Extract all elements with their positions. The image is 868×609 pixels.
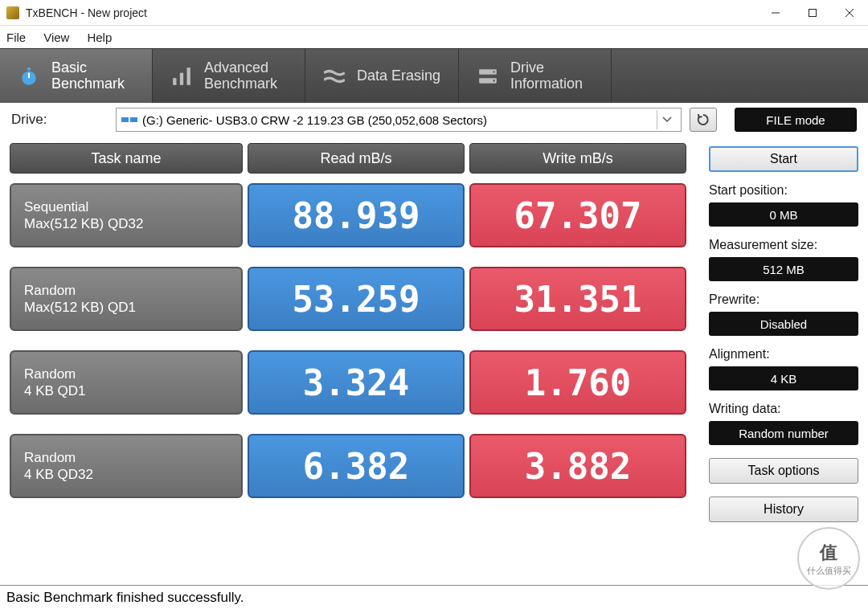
write-value: 31.351 [469, 267, 686, 331]
close-button[interactable] [831, 0, 868, 26]
tab-label: Advanced Benchmark [204, 60, 277, 92]
task-options-button[interactable]: Task options [709, 458, 858, 484]
prewrite-label: Prewrite: [709, 292, 858, 307]
titlebar: TxBENCH - New project [0, 0, 868, 26]
svg-rect-1 [809, 9, 817, 16]
svg-rect-5 [27, 67, 31, 70]
read-value: 3.324 [248, 350, 465, 415]
task-name-line2: 4 KB QD1 [24, 382, 228, 399]
result-row: Random Max(512 KB) QD1 53.259 31.351 [10, 267, 694, 331]
task-name-line2: 4 KB QD32 [24, 466, 228, 483]
tab-data-erasing[interactable]: Data Erasing [305, 49, 459, 103]
svg-point-13 [493, 80, 495, 81]
tabstrip: Basic Benchmark Advanced Benchmark Data … [0, 48, 868, 103]
header-write: Write mB/s [469, 143, 686, 174]
start-position-value[interactable]: 0 MB [709, 202, 858, 227]
wave-icon [323, 65, 346, 88]
minimize-button[interactable] [757, 0, 794, 26]
watermark-text: 什么值得买 [807, 565, 851, 577]
tab-label: Drive Information [510, 60, 583, 92]
watermark: 值 什么值得买 [797, 527, 860, 590]
tab-basic-benchmark[interactable]: Basic Benchmark [0, 49, 153, 103]
task-name-line1: Random [24, 366, 228, 382]
svg-rect-7 [173, 78, 176, 85]
task-cell[interactable]: Random 4 KB QD1 [10, 350, 243, 415]
reload-button[interactable] [690, 108, 717, 132]
file-mode-button[interactable]: FILE mode [735, 108, 857, 132]
reload-icon [696, 112, 710, 127]
bar-chart-icon [170, 65, 193, 88]
prewrite-value[interactable]: Disabled [709, 312, 858, 336]
drive-row: Drive: (G:) Generic- USB3.0 CRW -2 119.2… [0, 103, 868, 137]
task-cell[interactable]: Random 4 KB QD32 [10, 434, 243, 498]
tab-advanced-benchmark[interactable]: Advanced Benchmark [153, 49, 305, 103]
task-name-line2: Max(512 KB) QD32 [24, 215, 228, 232]
menu-view[interactable]: View [43, 31, 69, 44]
task-cell[interactable]: Sequential Max(512 KB) QD32 [10, 183, 243, 247]
chevron-down-icon [657, 110, 676, 129]
results-panel: Task name Read mB/s Write mB/s Sequentia… [10, 143, 694, 522]
menu-help[interactable]: Help [87, 31, 112, 44]
write-value: 3.882 [469, 434, 686, 498]
drive-label: Drive: [11, 112, 108, 128]
alignment-label: Alignment: [709, 347, 858, 362]
svg-rect-8 [180, 72, 183, 84]
task-name-line2: Max(512 KB) QD1 [24, 299, 228, 316]
svg-point-12 [493, 71, 495, 72]
read-value: 6.382 [248, 434, 465, 498]
write-value: 67.307 [469, 183, 686, 247]
window-title: TxBENCH - New project [26, 6, 757, 19]
drive-select[interactable]: (G:) Generic- USB3.0 CRW -2 119.23 GB (2… [116, 108, 682, 132]
result-row: Random 4 KB QD1 3.324 1.760 [10, 350, 694, 415]
task-cell[interactable]: Random Max(512 KB) QD1 [10, 267, 243, 331]
disk-icon [121, 114, 137, 125]
watermark-char: 值 [820, 541, 837, 565]
writing-data-label: Writing data: [709, 402, 858, 416]
read-value: 53.259 [248, 267, 465, 331]
result-row: Random 4 KB QD32 6.382 3.882 [10, 434, 694, 498]
tab-label: Data Erasing [357, 68, 440, 84]
task-name-line1: Sequential [24, 198, 228, 215]
stopwatch-icon [18, 65, 40, 88]
header-task: Task name [10, 143, 243, 174]
svg-rect-14 [121, 117, 129, 122]
tab-label: Basic Benchmark [51, 60, 125, 92]
start-position-label: Start position: [709, 183, 858, 198]
svg-rect-15 [130, 117, 137, 122]
drive-selected-text: (G:) Generic- USB3.0 CRW -2 119.23 GB (2… [142, 113, 487, 127]
task-name-line1: Random [24, 449, 228, 466]
header-read: Read mB/s [248, 143, 465, 174]
maximize-button[interactable] [794, 0, 831, 26]
results-header: Task name Read mB/s Write mB/s [10, 143, 694, 174]
alignment-value[interactable]: 4 KB [709, 366, 858, 390]
start-button[interactable]: Start [709, 146, 858, 172]
write-value: 1.760 [469, 350, 686, 415]
app-icon [6, 6, 19, 19]
drive-icon [477, 65, 499, 88]
measurement-size-label: Measurement size: [709, 238, 858, 252]
history-button[interactable]: History [709, 497, 858, 522]
task-name-line1: Random [24, 282, 228, 299]
content: Task name Read mB/s Write mB/s Sequentia… [0, 137, 868, 522]
statusbar: Basic Benchmark finished successfully. [0, 585, 868, 609]
measurement-size-value[interactable]: 512 MB [709, 257, 858, 281]
status-text: Basic Benchmark finished successfully. [6, 590, 244, 606]
result-row: Sequential Max(512 KB) QD32 88.939 67.30… [10, 183, 694, 247]
tab-drive-information[interactable]: Drive Information [459, 49, 612, 103]
writing-data-value[interactable]: Random number [709, 421, 858, 445]
read-value: 88.939 [248, 183, 465, 247]
svg-rect-9 [187, 67, 190, 85]
menu-file[interactable]: File [6, 31, 26, 44]
menubar: File View Help [0, 26, 868, 48]
side-panel: Start Start position: 0 MB Measurement s… [709, 143, 858, 522]
